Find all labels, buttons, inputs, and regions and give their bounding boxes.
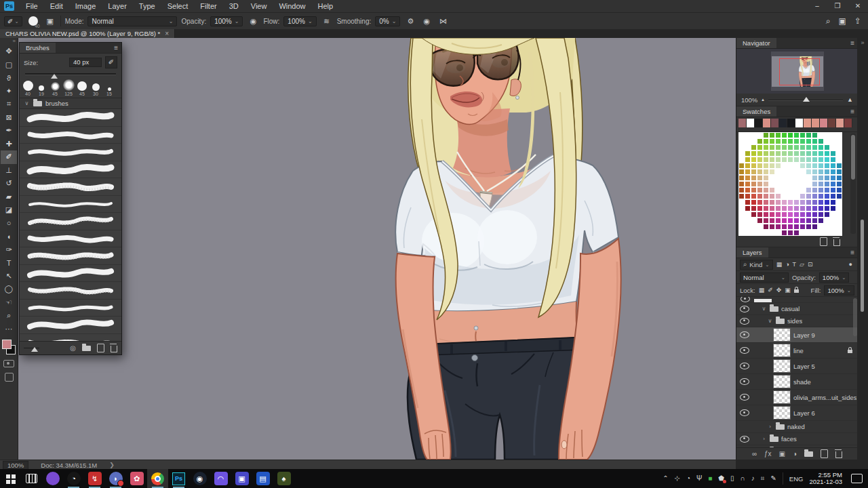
brush-preset-45[interactable]: 45 [75,81,89,96]
swatch[interactable] [824,224,830,230]
swatch[interactable] [836,144,842,150]
pen-tray-icon[interactable]: ✎ [770,474,776,483]
blend-mode-select[interactable]: Normal ⌄ [87,16,177,26]
swatch[interactable] [830,224,836,230]
swatch[interactable] [836,157,842,163]
discord-tray-icon[interactable]: ⊹ [675,474,680,483]
swatch[interactable] [787,224,793,230]
swatch[interactable] [793,205,800,211]
swatch[interactable] [787,163,793,169]
minimize-button[interactable]: – [807,0,827,12]
swatch[interactable] [800,224,806,230]
swatch[interactable] [781,175,787,181]
swatch[interactable] [775,187,781,193]
swatch[interactable] [830,175,836,181]
swatch[interactable] [745,193,751,199]
tropical-app-icon[interactable]: ♠ [273,469,294,488]
swatch[interactable] [781,187,787,193]
swatch[interactable] [738,157,745,163]
zoom-out-mountain-icon[interactable]: ▴ [762,97,764,102]
swatch[interactable] [763,144,769,150]
swatch[interactable] [763,187,769,193]
swatch[interactable] [769,163,775,169]
collapse-dock-icon[interactable]: » [857,39,868,46]
swatch[interactable] [812,163,818,169]
swatch[interactable] [738,218,745,224]
swatch[interactable] [824,175,830,181]
swatch[interactable] [757,230,763,236]
swatch[interactable] [836,193,842,199]
brush-preset-40[interactable]: 40 [21,81,35,96]
swatch[interactable] [836,205,842,211]
swatch[interactable] [812,205,818,211]
swatch[interactable] [763,205,769,211]
swatch[interactable] [779,119,787,127]
brushes-panel-title[interactable]: Brushes [20,43,56,53]
type-tool[interactable]: T [1,256,17,270]
blur-tool[interactable]: ○ [1,217,17,230]
swatch[interactable] [775,218,781,224]
swatch[interactable] [757,163,763,169]
swatch[interactable] [751,181,757,187]
layers-title[interactable]: Layers [736,247,768,258]
swatch[interactable] [751,218,757,224]
brush-preset-30[interactable]: 30 [89,83,102,96]
swatch[interactable] [818,163,824,169]
swatch[interactable] [751,157,757,163]
filter-smart-object-icon[interactable]: ⊡ [808,261,813,268]
swatch[interactable] [812,175,818,181]
swatch[interactable] [800,144,806,150]
menu-filter[interactable]: Filter [194,0,222,12]
brush-preset-125[interactable]: 125 [62,79,75,96]
swatch[interactable] [751,150,757,157]
screen-mode-button[interactable] [5,373,14,382]
swatch[interactable] [775,224,781,230]
swatch[interactable] [818,181,824,187]
zoom-tool[interactable]: ⌕ [1,309,17,323]
swatch[interactable] [738,132,745,138]
swatch[interactable] [763,157,769,163]
swatch[interactable] [800,157,806,163]
layer-thumbnail[interactable] [773,375,791,388]
edit-toolbar-button[interactable]: ⋯ [1,323,17,336]
swatch[interactable] [818,224,824,230]
swatch[interactable] [738,138,745,144]
move-tool[interactable]: ✥ [1,45,17,58]
swatch[interactable] [836,175,842,181]
headset-tray-icon[interactable]: ∩ [741,474,745,483]
healing-brush-tool[interactable]: ✚ [1,138,17,151]
swatch[interactable] [818,132,824,138]
swatch[interactable] [763,163,769,169]
swatch[interactable] [769,199,775,205]
swatch[interactable] [806,138,812,144]
navigator-title[interactable]: Navigator [736,38,776,48]
swatch[interactable] [800,175,806,181]
swatch[interactable] [806,144,812,150]
stroke-preview-slider[interactable] [24,345,64,352]
swatch[interactable] [763,175,769,181]
swatch[interactable] [757,187,763,193]
panel-menu-icon[interactable]: ≡ [114,44,121,52]
app-tray-icon[interactable]: ◔ [686,474,690,483]
new-group-icon[interactable] [82,346,91,351]
swatch[interactable] [751,187,757,193]
swatch[interactable] [793,163,800,169]
swatch[interactable] [763,150,769,157]
swatch[interactable] [781,199,787,205]
swatch[interactable] [738,181,745,187]
layer-group-faces[interactable]: ›faces [736,433,858,445]
swatch[interactable] [806,224,812,230]
history-brush-tool[interactable]: ↺ [1,177,17,190]
swatch[interactable] [755,119,763,127]
slider-thumb[interactable] [51,74,58,79]
hand-tool[interactable]: ☜ [1,296,17,310]
close-tab-icon[interactable]: × [165,30,169,37]
swatch[interactable] [793,211,800,218]
swatch[interactable] [812,230,818,236]
menu-view[interactable]: View [245,0,273,12]
swatch[interactable] [738,163,745,169]
layer-group-casual[interactable]: ∨casual [736,303,858,315]
swatch[interactable] [751,199,757,205]
swatch[interactable] [787,157,793,163]
visibility-toggle[interactable] [740,409,749,416]
